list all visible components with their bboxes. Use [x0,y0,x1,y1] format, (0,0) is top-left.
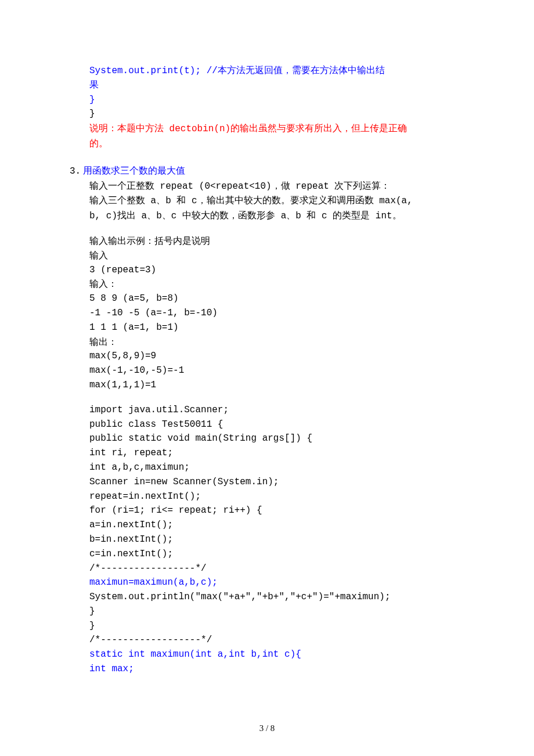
code-line: int a,b,c,maximun; [70,460,464,475]
desc-text: ，输出其中较大的数。要求定义和调用函数 [197,195,374,205]
code-line: public class Test50011 { [70,417,464,432]
desc-code: int [370,211,392,221]
code-line: for (ri=1; ri<= repeat; ri++) { [70,503,464,518]
desc-line: 输入三个整数 a、b 和 c，输出其中较大的数。要求定义和调用函数 max(a, [70,193,464,208]
note-line: 的。 [70,136,464,151]
section-title: 3. 用函数求三个数的最大值 [70,164,464,179]
desc-text: 、 [147,210,156,220]
input-label: 输入 [70,249,464,263]
desc-code: c [316,211,333,221]
io-line: 1 1 1 (a=1, b=1) [70,321,464,335]
desc-code: c [186,196,197,206]
code-line: a=in.nextInt(); [70,518,464,532]
desc-code: b [165,196,176,206]
code-line: int ri, repeat; [70,446,464,460]
desc-line: 输入一个正整数 repeat (0<repeat<10)，做 repeat 次下… [70,179,464,194]
desc-text: 输入一个正整数 [89,181,154,190]
desc-text: ，做 [272,181,290,190]
code-line: System.out.print(t); //本方法无返回值，需要在方法体中输出… [70,64,464,78]
desc-code: b [295,211,306,221]
code-line: c=in.nextInt(); [70,547,464,561]
desc-code: repeat (0<repeat<10) [154,181,272,192]
desc-code: b, c) [89,211,117,221]
desc-code: a [145,196,156,206]
output-label: 输出： [70,335,464,350]
spacer [70,393,464,403]
section-title-text: 用函数求三个数的最大值 [83,165,185,175]
desc-code: a [275,211,286,221]
code-line: maximun=maximun(a,b,c); [70,575,464,590]
io-title: 输入输出示例：括号内是说明 [70,234,464,249]
desc-code: repeat [290,181,335,192]
desc-line: b, c)找出 a、b、c 中较大的数，函数形参 a、b 和 c 的类型是 in… [70,208,464,224]
io-line: max(-1,-10,-5)=-1 [70,363,464,378]
code-line: Scanner in=new Scanner(System.in); [70,475,464,489]
io-line: 3 (repeat=3) [70,263,464,278]
io-line: 5 8 9 (a=5, b=8) [70,291,464,306]
code-line: repeat=in.nextInt(); [70,489,464,504]
desc-text: 、 [286,210,295,220]
code-line: /*-----------------*/ [70,561,464,576]
code-text: System.out.print(t); // [89,66,218,76]
page-footer: 3 / 8 [0,722,534,735]
code-comment: 本方法无返回值，需要在方法体中输出结 [218,66,385,76]
note-line: 说明：本题中方法 dectobin(n)的输出虽然与要求有所出入，但上传是正确 [70,121,464,136]
code-line: } [70,93,464,107]
input-label: 输入： [70,277,464,291]
desc-text: 找出 [117,210,136,220]
desc-text: 和 [176,195,186,205]
desc-text: 和 [306,210,316,220]
note-text: 说明：本题中方法 [89,123,164,133]
desc-text: 中较大的数，函数形参 [182,210,275,220]
desc-text: 、 [162,210,171,220]
desc-text: 的类型是 [333,210,370,220]
code-line: int max; [70,662,464,676]
spacer [70,224,464,234]
code-line: 果 [70,78,464,93]
io-line: max(5,8,9)=9 [70,349,464,363]
desc-code: max(a, [374,196,413,206]
code-line: } [70,619,464,633]
note-text: 的输出虽然与要求有所出入，但上传是正确 [230,123,407,133]
code-line: System.out.println("max("+a+","+b+","+c+… [70,590,464,604]
code-line: b=in.nextInt(); [70,532,464,547]
code-line: static int maximun(int a,int b,int c){ [70,647,464,662]
desc-text: 。 [392,210,402,220]
code-line: /*------------------*/ [70,633,464,647]
desc-code: a [136,211,147,221]
desc-code: c [171,211,182,221]
document-page: System.out.print(t); //本方法无返回值，需要在方法体中输出… [0,0,534,756]
desc-text: 次下列运算： [334,181,390,190]
section-number: 3. [70,166,81,177]
io-line: -1 -10 -5 (a=-1, b=-10) [70,306,464,321]
code-line: public static void main(String args[]) { [70,431,464,446]
code-line: } [70,107,464,121]
desc-text: 输入三个整数 [89,195,145,205]
desc-code: b [156,211,162,221]
code-line: } [70,604,464,619]
io-line: max(1,1,1)=1 [70,378,464,393]
desc-text: 、 [156,195,165,205]
note-code: dectobin(n) [164,124,230,134]
code-line: import java.util.Scanner; [70,403,464,417]
